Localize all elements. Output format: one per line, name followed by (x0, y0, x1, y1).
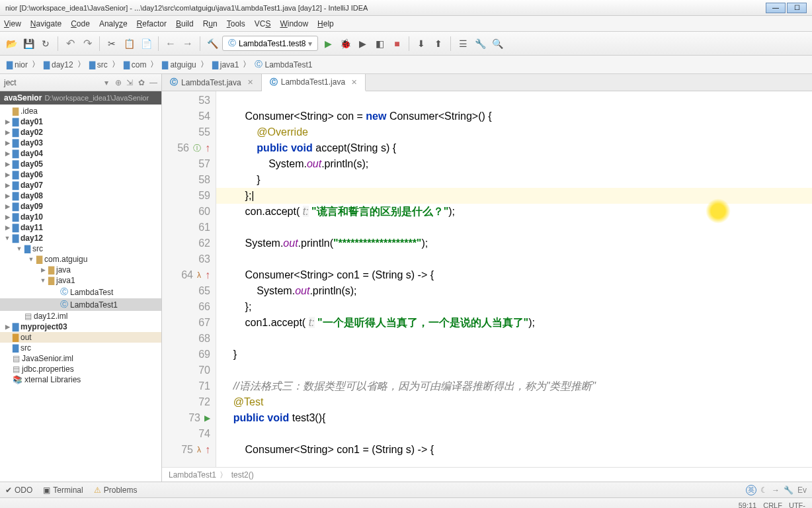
code-line[interactable] (216, 93, 812, 108)
code-line[interactable] (216, 251, 812, 267)
code-line[interactable]: System.out.println(s); (216, 283, 812, 299)
close-icon[interactable]: ✕ (351, 78, 357, 87)
tree-node[interactable]: ▶▇day02 (0, 127, 161, 138)
redo-icon[interactable]: ↷ (80, 36, 95, 51)
code-line[interactable]: @Test (216, 394, 812, 410)
menu-tools[interactable]: Tools (227, 19, 245, 28)
back-icon[interactable]: ← (163, 36, 178, 51)
tree-node[interactable]: ▶▇day08 (0, 190, 161, 201)
gutter-line[interactable]: 65 (162, 283, 216, 299)
tree-node[interactable]: ▶▇day05 (0, 159, 161, 169)
tree-node[interactable]: ▶▇day04 (0, 148, 161, 159)
code-line[interactable]: public void accept(String s) { (216, 140, 812, 156)
tree-node[interactable]: ▼▇src (0, 243, 161, 254)
tool-icon[interactable]: → (772, 486, 780, 495)
line-separator[interactable]: CRLF (763, 501, 782, 509)
tree-node[interactable]: 📚xternal Libraries (0, 374, 161, 385)
gutter-line[interactable]: 69 (162, 347, 216, 362)
code-line[interactable]: con.accept( t: "谎言和誓言的区别是什么？"); (216, 204, 812, 220)
tree-node[interactable]: ▶▇day07 (0, 180, 161, 190)
tree-node[interactable]: ▶▇day01 (0, 116, 161, 127)
gutter-line[interactable]: 67 (162, 315, 216, 331)
maximize-button[interactable]: ☐ (787, 3, 807, 13)
events-label[interactable]: Ev (797, 486, 807, 495)
tree-node[interactable]: ▼▇java1 (0, 275, 161, 286)
moon-icon[interactable]: ☾ (760, 486, 768, 495)
forward-icon[interactable]: → (181, 36, 195, 51)
code-line[interactable] (216, 426, 812, 442)
tree-node[interactable]: ▶▇day06 (0, 169, 161, 180)
gutter-line[interactable]: 72 (162, 394, 216, 410)
target-icon[interactable]: ⊕ (115, 78, 122, 87)
menu-window[interactable]: Window (280, 19, 308, 28)
project-root[interactable]: avaSenior D:\workspace_idea1\JavaSenior (0, 91, 161, 105)
gutter-line[interactable]: 55 (162, 124, 216, 140)
code-line[interactable]: con1.accept( t: "一个是听得人当真了，一个是说的人当真了"); (216, 315, 812, 331)
stop-icon[interactable]: ■ (389, 36, 404, 51)
gutter-line[interactable]: 71 (162, 378, 216, 394)
tree-node[interactable]: ▶▇day09 (0, 201, 161, 212)
gutter-line[interactable]: 59 (162, 188, 216, 204)
code-line[interactable]: };| (216, 188, 812, 204)
tree-node[interactable]: ⒸLambdaTest1 (0, 298, 161, 311)
breadcrumb-item[interactable]: ▇com (121, 60, 149, 70)
gutter-line[interactable]: 74 (162, 426, 216, 442)
code-line[interactable]: System.out.println("*******************"… (216, 235, 812, 251)
editor-breadcrumb[interactable]: LambdaTest1 〉 test2() (162, 467, 812, 482)
editor-tab[interactable]: ⒸLambdaTest.java✕ (162, 74, 262, 91)
collapse-icon[interactable]: ⇲ (126, 78, 133, 87)
code-line[interactable]: //语法格式三：数据类型可以省略，因为可由编译器推断得出，称为"类型推断" (216, 378, 812, 394)
code-line[interactable]: public void test3(){ (216, 410, 812, 426)
tree-node[interactable]: ▼▇day12 (0, 233, 161, 243)
open-icon[interactable]: 📂 (4, 36, 19, 51)
gutter-line[interactable]: 73▶ (162, 410, 216, 426)
gutter-line[interactable]: 61 (162, 220, 216, 235)
ime-icon[interactable]: 英 (746, 485, 756, 495)
problems-tab[interactable]: ⚠Problems (94, 486, 138, 495)
minimize-button[interactable]: — (766, 3, 786, 13)
code-content[interactable]: Consumer<String> con = new Consumer<Stri… (216, 91, 812, 467)
code-line[interactable]: Consumer<String> con = new Consumer<Stri… (216, 108, 812, 124)
code-line[interactable] (216, 362, 812, 378)
code-line[interactable]: Consumer<String> con1 = (String s) -> { (216, 442, 812, 458)
coverage-icon[interactable]: ▶ (355, 36, 370, 51)
copy-icon[interactable]: 📋 (122, 36, 136, 51)
tree-node[interactable]: ⒸLambdaTest (0, 286, 161, 298)
close-icon[interactable]: ✕ (247, 78, 253, 87)
gutter-line[interactable]: 56Ⓘ↑ (162, 140, 216, 156)
menu-refactor[interactable]: Refactor (137, 19, 167, 28)
vcs-icon[interactable]: ⬇ (414, 36, 428, 51)
gutter-line[interactable]: 66 (162, 299, 216, 315)
gear-icon[interactable]: ✿ (138, 78, 145, 87)
code-line[interactable]: } (216, 172, 812, 188)
gutter-line[interactable]: 53 (162, 93, 216, 108)
refresh-icon[interactable]: ↻ (38, 36, 53, 51)
gutter-line[interactable]: 58 (162, 172, 216, 188)
debug-icon[interactable]: 🐞 (338, 36, 352, 51)
gutter-line[interactable]: 57 (162, 156, 216, 172)
tree-node[interactable]: ▇src (0, 343, 161, 353)
paste-icon[interactable]: 📄 (139, 36, 153, 51)
breadcrumb-item[interactable]: ▇java1 (210, 60, 242, 70)
project-tree[interactable]: ▇.idea▶▇day01▶▇day02▶▇day03▶▇day04▶▇day0… (0, 105, 161, 482)
code-line[interactable]: } (216, 347, 812, 362)
tree-node[interactable]: ▇.idea (0, 106, 161, 116)
tree-node[interactable]: ▼▇com.atguigu (0, 254, 161, 265)
profile-icon[interactable]: ◧ (372, 36, 387, 51)
todo-tab[interactable]: ✔ODO (5, 486, 32, 495)
encoding[interactable]: UTF- (789, 501, 805, 509)
save-icon[interactable]: 💾 (21, 36, 36, 51)
menu-run[interactable]: Run (203, 19, 218, 28)
breadcrumb-item[interactable]: ⒸLambdaTest1 (252, 58, 315, 71)
tree-node[interactable]: ▶▇java (0, 265, 161, 275)
gutter-line[interactable]: 70 (162, 362, 216, 378)
code-line[interactable]: System.out.println(s); (216, 156, 812, 172)
code-line[interactable]: }; (216, 299, 812, 315)
tree-node[interactable]: ▤day12.iml (0, 311, 161, 321)
structure-icon[interactable]: ☰ (456, 36, 470, 51)
code-line[interactable]: Consumer<String> con1 = (String s) -> { (216, 267, 812, 283)
breadcrumb-item[interactable]: ▇day12 (41, 60, 76, 70)
menu-help[interactable]: Help (317, 19, 334, 28)
terminal-tab[interactable]: ▣Terminal (43, 486, 83, 495)
breadcrumb-item[interactable]: ▇src (87, 60, 110, 70)
